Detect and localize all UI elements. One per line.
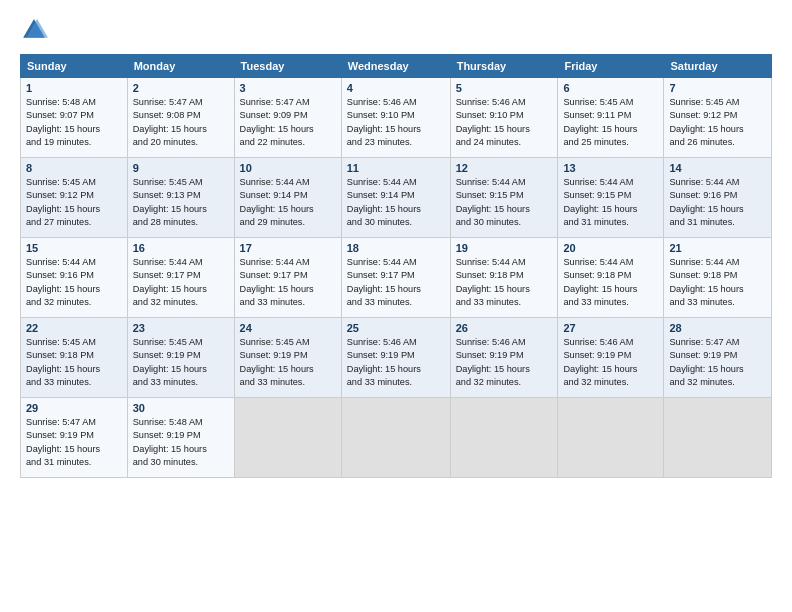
cell-details: Sunrise: 5:47 AM Sunset: 9:09 PM Dayligh… — [240, 96, 336, 149]
calendar-cell — [234, 398, 341, 478]
calendar-cell — [450, 398, 558, 478]
day-number: 7 — [669, 82, 766, 94]
calendar-cell: 27Sunrise: 5:46 AM Sunset: 9:19 PM Dayli… — [558, 318, 664, 398]
header-day: Tuesday — [234, 55, 341, 78]
calendar-cell: 1Sunrise: 5:48 AM Sunset: 9:07 PM Daylig… — [21, 78, 128, 158]
day-number: 19 — [456, 242, 553, 254]
day-number: 8 — [26, 162, 122, 174]
day-number: 9 — [133, 162, 229, 174]
calendar-cell: 4Sunrise: 5:46 AM Sunset: 9:10 PM Daylig… — [341, 78, 450, 158]
calendar-cell: 23Sunrise: 5:45 AM Sunset: 9:19 PM Dayli… — [127, 318, 234, 398]
cell-details: Sunrise: 5:46 AM Sunset: 9:19 PM Dayligh… — [563, 336, 658, 389]
calendar: SundayMondayTuesdayWednesdayThursdayFrid… — [20, 54, 772, 478]
day-number: 4 — [347, 82, 445, 94]
calendar-cell: 2Sunrise: 5:47 AM Sunset: 9:08 PM Daylig… — [127, 78, 234, 158]
day-number: 28 — [669, 322, 766, 334]
day-number: 5 — [456, 82, 553, 94]
calendar-cell: 18Sunrise: 5:44 AM Sunset: 9:17 PM Dayli… — [341, 238, 450, 318]
cell-details: Sunrise: 5:45 AM Sunset: 9:13 PM Dayligh… — [133, 176, 229, 229]
day-number: 3 — [240, 82, 336, 94]
day-number: 30 — [133, 402, 229, 414]
calendar-cell — [341, 398, 450, 478]
calendar-cell: 15Sunrise: 5:44 AM Sunset: 9:16 PM Dayli… — [21, 238, 128, 318]
day-number: 29 — [26, 402, 122, 414]
day-number: 13 — [563, 162, 658, 174]
cell-details: Sunrise: 5:47 AM Sunset: 9:19 PM Dayligh… — [26, 416, 122, 469]
day-number: 11 — [347, 162, 445, 174]
calendar-week-row: 15Sunrise: 5:44 AM Sunset: 9:16 PM Dayli… — [21, 238, 772, 318]
day-number: 27 — [563, 322, 658, 334]
header-day: Saturday — [664, 55, 772, 78]
day-number: 21 — [669, 242, 766, 254]
cell-details: Sunrise: 5:44 AM Sunset: 9:15 PM Dayligh… — [563, 176, 658, 229]
calendar-cell: 14Sunrise: 5:44 AM Sunset: 9:16 PM Dayli… — [664, 158, 772, 238]
calendar-cell — [558, 398, 664, 478]
cell-details: Sunrise: 5:48 AM Sunset: 9:19 PM Dayligh… — [133, 416, 229, 469]
calendar-cell: 5Sunrise: 5:46 AM Sunset: 9:10 PM Daylig… — [450, 78, 558, 158]
calendar-cell: 12Sunrise: 5:44 AM Sunset: 9:15 PM Dayli… — [450, 158, 558, 238]
calendar-cell: 28Sunrise: 5:47 AM Sunset: 9:19 PM Dayli… — [664, 318, 772, 398]
logo — [20, 16, 52, 44]
cell-details: Sunrise: 5:44 AM Sunset: 9:15 PM Dayligh… — [456, 176, 553, 229]
cell-details: Sunrise: 5:45 AM Sunset: 9:18 PM Dayligh… — [26, 336, 122, 389]
day-number: 24 — [240, 322, 336, 334]
header-day: Wednesday — [341, 55, 450, 78]
cell-details: Sunrise: 5:44 AM Sunset: 9:18 PM Dayligh… — [456, 256, 553, 309]
cell-details: Sunrise: 5:45 AM Sunset: 9:12 PM Dayligh… — [669, 96, 766, 149]
cell-details: Sunrise: 5:47 AM Sunset: 9:08 PM Dayligh… — [133, 96, 229, 149]
calendar-cell: 3Sunrise: 5:47 AM Sunset: 9:09 PM Daylig… — [234, 78, 341, 158]
cell-details: Sunrise: 5:44 AM Sunset: 9:14 PM Dayligh… — [347, 176, 445, 229]
day-number: 10 — [240, 162, 336, 174]
calendar-header: SundayMondayTuesdayWednesdayThursdayFrid… — [21, 55, 772, 78]
calendar-week-row: 29Sunrise: 5:47 AM Sunset: 9:19 PM Dayli… — [21, 398, 772, 478]
page: SundayMondayTuesdayWednesdayThursdayFrid… — [0, 0, 792, 612]
day-number: 6 — [563, 82, 658, 94]
cell-details: Sunrise: 5:44 AM Sunset: 9:17 PM Dayligh… — [133, 256, 229, 309]
cell-details: Sunrise: 5:46 AM Sunset: 9:19 PM Dayligh… — [456, 336, 553, 389]
calendar-cell: 8Sunrise: 5:45 AM Sunset: 9:12 PM Daylig… — [21, 158, 128, 238]
calendar-cell: 13Sunrise: 5:44 AM Sunset: 9:15 PM Dayli… — [558, 158, 664, 238]
cell-details: Sunrise: 5:44 AM Sunset: 9:18 PM Dayligh… — [563, 256, 658, 309]
cell-details: Sunrise: 5:44 AM Sunset: 9:18 PM Dayligh… — [669, 256, 766, 309]
day-number: 15 — [26, 242, 122, 254]
cell-details: Sunrise: 5:46 AM Sunset: 9:19 PM Dayligh… — [347, 336, 445, 389]
cell-details: Sunrise: 5:46 AM Sunset: 9:10 PM Dayligh… — [347, 96, 445, 149]
day-number: 17 — [240, 242, 336, 254]
header-day: Monday — [127, 55, 234, 78]
calendar-cell: 20Sunrise: 5:44 AM Sunset: 9:18 PM Dayli… — [558, 238, 664, 318]
cell-details: Sunrise: 5:44 AM Sunset: 9:17 PM Dayligh… — [347, 256, 445, 309]
cell-details: Sunrise: 5:45 AM Sunset: 9:19 PM Dayligh… — [240, 336, 336, 389]
day-number: 25 — [347, 322, 445, 334]
calendar-cell — [664, 398, 772, 478]
day-number: 12 — [456, 162, 553, 174]
calendar-cell: 22Sunrise: 5:45 AM Sunset: 9:18 PM Dayli… — [21, 318, 128, 398]
header-day: Thursday — [450, 55, 558, 78]
day-number: 2 — [133, 82, 229, 94]
cell-details: Sunrise: 5:44 AM Sunset: 9:16 PM Dayligh… — [26, 256, 122, 309]
calendar-cell: 17Sunrise: 5:44 AM Sunset: 9:17 PM Dayli… — [234, 238, 341, 318]
calendar-cell: 26Sunrise: 5:46 AM Sunset: 9:19 PM Dayli… — [450, 318, 558, 398]
day-number: 14 — [669, 162, 766, 174]
header — [20, 16, 772, 44]
cell-details: Sunrise: 5:44 AM Sunset: 9:14 PM Dayligh… — [240, 176, 336, 229]
calendar-cell: 10Sunrise: 5:44 AM Sunset: 9:14 PM Dayli… — [234, 158, 341, 238]
calendar-cell: 9Sunrise: 5:45 AM Sunset: 9:13 PM Daylig… — [127, 158, 234, 238]
calendar-cell: 21Sunrise: 5:44 AM Sunset: 9:18 PM Dayli… — [664, 238, 772, 318]
header-row: SundayMondayTuesdayWednesdayThursdayFrid… — [21, 55, 772, 78]
day-number: 20 — [563, 242, 658, 254]
calendar-week-row: 22Sunrise: 5:45 AM Sunset: 9:18 PM Dayli… — [21, 318, 772, 398]
cell-details: Sunrise: 5:48 AM Sunset: 9:07 PM Dayligh… — [26, 96, 122, 149]
day-number: 23 — [133, 322, 229, 334]
day-number: 1 — [26, 82, 122, 94]
calendar-cell: 6Sunrise: 5:45 AM Sunset: 9:11 PM Daylig… — [558, 78, 664, 158]
day-number: 26 — [456, 322, 553, 334]
day-number: 22 — [26, 322, 122, 334]
cell-details: Sunrise: 5:47 AM Sunset: 9:19 PM Dayligh… — [669, 336, 766, 389]
cell-details: Sunrise: 5:45 AM Sunset: 9:11 PM Dayligh… — [563, 96, 658, 149]
calendar-cell: 7Sunrise: 5:45 AM Sunset: 9:12 PM Daylig… — [664, 78, 772, 158]
cell-details: Sunrise: 5:45 AM Sunset: 9:12 PM Dayligh… — [26, 176, 122, 229]
calendar-cell: 30Sunrise: 5:48 AM Sunset: 9:19 PM Dayli… — [127, 398, 234, 478]
calendar-cell: 24Sunrise: 5:45 AM Sunset: 9:19 PM Dayli… — [234, 318, 341, 398]
calendar-cell: 29Sunrise: 5:47 AM Sunset: 9:19 PM Dayli… — [21, 398, 128, 478]
day-number: 18 — [347, 242, 445, 254]
